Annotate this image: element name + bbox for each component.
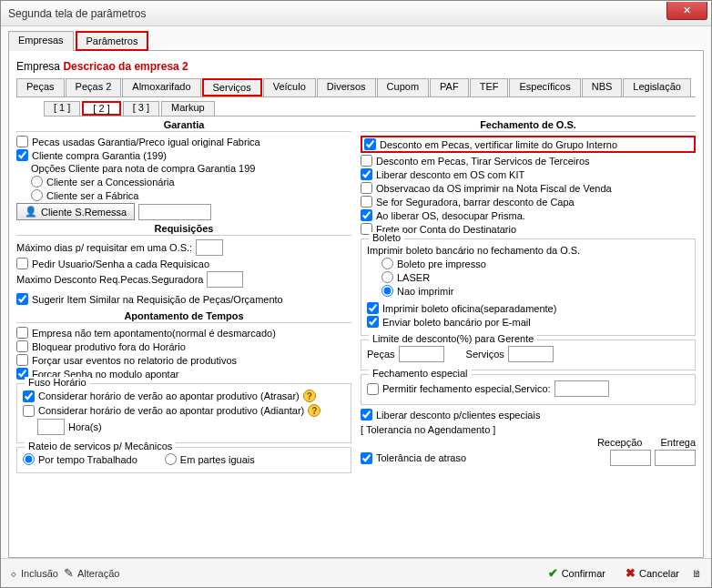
btn-confirmar[interactable]: ✔Confirmar: [541, 563, 613, 583]
tab-paf[interactable]: PAF: [430, 78, 469, 96]
tab-pecas[interactable]: Peças: [16, 78, 65, 96]
lbl-pedir-usuario: Pedir Usuario/Senha a cada Requisicao: [32, 259, 209, 269]
txt-horas[interactable]: [37, 419, 65, 435]
page-1[interactable]: [ 1 ]: [44, 101, 80, 116]
empresa-line: Empresa Descricao da empresa 2: [16, 60, 696, 73]
lbl-pecas-usadas: Pecas usadas Garantia/Preco igual origin…: [32, 137, 260, 147]
lbl-concessionaria: Cliente ser a Concessionária: [46, 177, 175, 188]
tab-empresas[interactable]: Empresas: [8, 31, 74, 51]
chk-desc-terc[interactable]: [361, 155, 372, 167]
lbl-inclusao: Inclusão: [21, 568, 58, 579]
chk-oficina[interactable]: [367, 302, 379, 314]
lbl-forcar-eventos: Forçar usar eventos no relatorio de prod…: [32, 355, 237, 366]
chk-verao-atrasar[interactable]: [23, 390, 35, 402]
lbl-especial: Permitir fechamento especial,Servico:: [382, 383, 551, 394]
tab-tef[interactable]: TEF: [470, 78, 509, 96]
btn-alteracao[interactable]: ✎Alteração: [64, 566, 119, 580]
close-icon: ✕: [683, 5, 691, 15]
txt-limite-serv[interactable]: [508, 346, 554, 362]
chk-lib-kit[interactable]: [361, 168, 372, 180]
txt-especial[interactable]: [554, 380, 609, 397]
lbl-cancelar: Cancelar: [639, 568, 679, 579]
txt-cliente-remessa[interactable]: [138, 204, 211, 220]
btn-cliente-remessa[interactable]: 👤Cliente S.Remessa: [16, 203, 135, 220]
fuso-title: Fuso Horário: [25, 377, 90, 388]
lbl-oficina: Imprimir boleto oficina(separadamente): [382, 303, 556, 314]
fuso-box: Fuso Horário Considerar horário de verão…: [16, 383, 351, 443]
rdo-tempo[interactable]: [23, 453, 35, 465]
tab-diversos[interactable]: Diversos: [317, 78, 376, 96]
lbl-cliente-compra: Cliente compra Garantia (199): [32, 150, 167, 161]
tab-almox[interactable]: Almoxarifado: [122, 78, 200, 96]
tab-pecas2[interactable]: Peças 2: [66, 78, 122, 96]
rdo-concessionaria[interactable]: [31, 176, 43, 188]
rdo-partes[interactable]: [165, 453, 177, 465]
lbl-nao: Nao imprimir: [397, 286, 453, 297]
chk-liberar-clientes[interactable]: [361, 409, 372, 421]
chk-desc-grupo[interactable]: [364, 138, 376, 150]
btn-inclusao[interactable]: ⬦Inclusão: [10, 566, 58, 580]
tab-cupom[interactable]: Cupom: [377, 78, 429, 96]
rdo-laser[interactable]: [381, 271, 393, 283]
btn-cancelar[interactable]: ✖Cancelar: [618, 563, 687, 583]
lbl-liberar-clientes: Liberar desconto p/clientes especiais: [376, 410, 540, 421]
plus-icon: ⬦: [10, 566, 17, 580]
help-icon-atrasar[interactable]: ?: [303, 390, 316, 402]
boleto-title: Boleto: [369, 232, 404, 243]
tab-especificos[interactable]: Específicos: [509, 78, 580, 96]
chk-sugerir-item[interactable]: [16, 293, 28, 305]
chk-email[interactable]: [367, 316, 379, 328]
tab-legislacao[interactable]: Legislação: [623, 78, 691, 96]
lbl-lib-kit: Liberar desconto em OS com KIT: [376, 169, 524, 180]
window: Segunda tela de parâmetros ✕ Empresas Pa…: [0, 0, 712, 588]
chk-forcar-eventos[interactable]: [16, 354, 28, 366]
apont-title: Apontamento de Tempos: [16, 310, 351, 323]
garantia-title: Garantia: [16, 119, 351, 132]
lbl-tol-atraso: Tolerância de atraso: [376, 452, 466, 463]
top-tabs: Empresas Parâmetros: [8, 30, 704, 51]
chk-obs-nota[interactable]: [361, 182, 372, 194]
help-icon-adiantar[interactable]: ?: [308, 404, 320, 417]
page-3[interactable]: [ 3 ]: [123, 101, 159, 116]
chk-verao-adiantar[interactable]: [23, 405, 35, 417]
chk-seguradora[interactable]: [361, 196, 372, 208]
page-markup[interactable]: Markup: [161, 101, 215, 116]
chk-cliente-compra[interactable]: [16, 149, 28, 161]
page-2[interactable]: [ 2 ]: [82, 101, 120, 116]
txt-recep[interactable]: [610, 450, 651, 466]
rdo-pre[interactable]: [381, 258, 393, 269]
chk-pecas-usadas[interactable]: [16, 136, 28, 147]
tab-veiculo[interactable]: Veículo: [263, 78, 316, 96]
close-button[interactable]: ✕: [666, 2, 707, 20]
edit-icon: ✎: [64, 566, 74, 580]
tab-nbs[interactable]: NBS: [582, 78, 623, 96]
txt-max-dias[interactable]: [196, 239, 223, 256]
chk-tol-atraso[interactable]: [361, 452, 372, 464]
lbl-laser: LASER: [397, 272, 430, 283]
txt-max-desc[interactable]: [207, 271, 243, 288]
lbl-fabrica: Cliente ser a Fábrica: [46, 190, 139, 201]
txt-entrega[interactable]: [655, 450, 696, 466]
tab-parametros[interactable]: Parâmetros: [76, 31, 149, 51]
req-title: Requisições: [16, 223, 351, 236]
lbl-horas: Hora(s): [68, 421, 102, 432]
chk-ao-liberar[interactable]: [361, 209, 372, 221]
empresa-desc: Descricao da empresa 2: [63, 60, 188, 73]
rdo-nao[interactable]: [381, 285, 393, 297]
lbl-limite-pecas: Peças: [367, 349, 395, 360]
lbl-bloq-produtivo: Bloquear produtivo fora do Horário: [32, 341, 186, 352]
txt-limite-pecas[interactable]: [399, 346, 444, 362]
lbl-opcoes-cliente: Opções Cliente para nota de compra Garan…: [31, 163, 255, 174]
rdo-fabrica[interactable]: [31, 189, 43, 201]
empresa-label: Empresa: [16, 60, 60, 73]
btn-help[interactable]: 🗎: [692, 568, 702, 579]
chk-pedir-usuario[interactable]: [16, 258, 28, 269]
lbl-limite-serv: Serviços: [466, 349, 504, 360]
lbl-obs-nota: Observacao da OS imprimir na Nota Fiscal…: [376, 183, 612, 194]
chk-bloq-produtivo[interactable]: [16, 340, 28, 352]
fech-title: Fechamento de O.S.: [361, 119, 696, 132]
chk-especial[interactable]: [367, 383, 379, 395]
chk-emp-nao-apont[interactable]: [16, 327, 28, 339]
tab-servicos[interactable]: Serviços: [202, 78, 262, 96]
lbl-tempo: Por tempo Trabalhado: [38, 454, 137, 465]
